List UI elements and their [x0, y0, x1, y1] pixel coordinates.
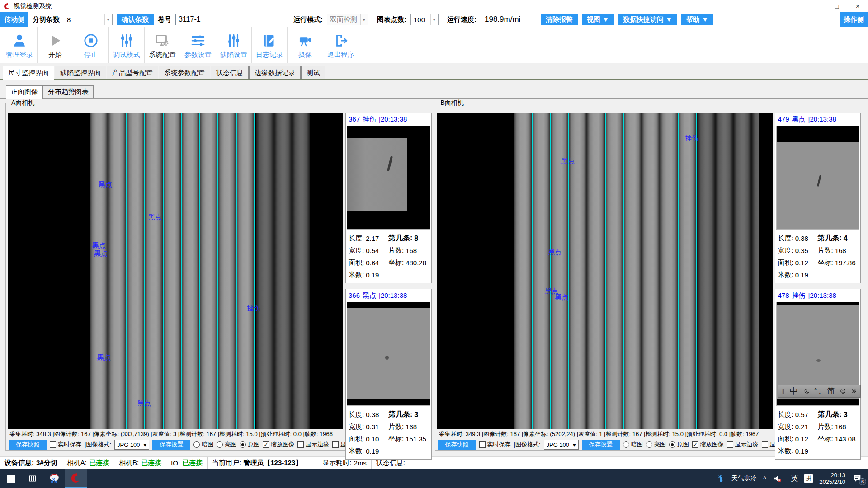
- show-strips-checkbox[interactable]: [762, 441, 768, 448]
- show-edges-checkbox[interactable]: [727, 441, 733, 448]
- view-menu-button[interactable]: 视图 ▼: [582, 14, 614, 25]
- clock[interactable]: 20:13 2025/2/10: [819, 472, 845, 485]
- ime-drag-handle[interactable]: ∥: [782, 388, 785, 394]
- defect-label: 挫伤: [247, 304, 260, 313]
- language-indicator[interactable]: 英: [791, 474, 798, 483]
- save-settings-button[interactable]: 保存设置: [152, 440, 190, 450]
- stop-button[interactable]: 停止: [73, 27, 109, 63]
- snipping-tool-icon: [48, 473, 60, 484]
- minimize-button[interactable]: –: [806, 0, 826, 12]
- save-snapshot-button[interactable]: 保存快照: [9, 440, 47, 450]
- run-mode-value: 双面检测: [330, 15, 357, 24]
- tab-size-monitor[interactable]: 尺寸监控界面: [3, 66, 54, 80]
- coord-value: 143.08: [835, 435, 856, 443]
- image-format-label: |图像格式:: [514, 441, 541, 449]
- snipping-tool-button[interactable]: [43, 469, 65, 488]
- smiley-icon[interactable]: [840, 387, 846, 395]
- dark-image-radio[interactable]: [193, 441, 200, 448]
- tab-edge-data-record[interactable]: 边缘数据记录: [249, 66, 301, 79]
- tool-label: 系统配置: [149, 51, 176, 59]
- chart-points-select[interactable]: 100 ▾: [410, 14, 439, 25]
- task-view-icon: [28, 474, 37, 483]
- image-format-select[interactable]: JPG 100 ▾: [544, 440, 579, 450]
- realtime-save-label: 实时保存: [487, 441, 511, 449]
- strip-value: 4: [844, 235, 848, 243]
- camera-b-image: 挫伤 黑点 黑点 黑点 黑点: [437, 113, 773, 429]
- moon-icon[interactable]: [803, 387, 809, 395]
- strip-boundaries: [514, 113, 697, 429]
- defect-settings-button[interactable]: 缺陷设置: [216, 27, 252, 63]
- top-toolbar: 传动侧 分切条数 8 ▾ 确认条数 卷号 运行模式: 双面检测 ▾ 图表点数: …: [0, 12, 868, 27]
- play-icon: [47, 33, 63, 48]
- save-snapshot-button[interactable]: 保存快照: [438, 440, 476, 450]
- show-edges-checkbox[interactable]: [297, 441, 304, 448]
- slit-count-value: 8: [67, 16, 71, 23]
- exit-program-button[interactable]: 退出程序: [323, 27, 359, 63]
- subtab-trend-chart[interactable]: 分布趋势图表: [43, 85, 94, 98]
- roll-number-label: 卷号: [158, 15, 171, 24]
- data-quick-access-menu-button[interactable]: 数据快捷访问 ▼: [618, 14, 677, 25]
- help-menu-button[interactable]: 帮助 ▼: [681, 14, 713, 25]
- slit-count-select[interactable]: 8 ▾: [64, 14, 113, 25]
- zoom-image-checkbox[interactable]: [692, 441, 698, 448]
- defect-card-column-a: 367 挫伤 |20:13:38 长度:2.17 宽度:0.54: [345, 113, 432, 465]
- original-image-radio[interactable]: [240, 441, 246, 448]
- gear-icon[interactable]: [851, 387, 857, 395]
- bright-image-radio[interactable]: [646, 441, 652, 448]
- run-speed-label: 运行速度:: [447, 15, 476, 24]
- defect-card: 366 黑点 |20:13:38 长度:0.38 宽度:: [345, 289, 432, 460]
- pieces-value: 168: [406, 247, 417, 254]
- realtime-save-checkbox[interactable]: [479, 441, 486, 448]
- volume-muted-button[interactable]: [773, 474, 784, 483]
- maximize-button[interactable]: □: [826, 0, 847, 12]
- defect-card: 367 挫伤 |20:13:38 长度:2.17 宽度:0.54: [345, 113, 432, 283]
- debug-mode-button[interactable]: 调试模式: [109, 27, 145, 63]
- clear-alarm-button[interactable]: 清除报警: [541, 14, 578, 25]
- tab-test[interactable]: 测试: [301, 66, 326, 79]
- meters-value: 0.19: [795, 447, 808, 455]
- confirm-count-button[interactable]: 确认条数: [117, 14, 154, 25]
- defect-time: |20:13:38: [808, 291, 836, 300]
- capture-button[interactable]: 摄像: [288, 27, 323, 63]
- system-config-button[interactable]: 系统配置: [145, 27, 180, 63]
- tab-status-info[interactable]: 状态信息: [211, 66, 249, 79]
- run-mode-select[interactable]: 双面检测 ▾: [327, 14, 368, 25]
- area-label: 面积:: [349, 258, 364, 267]
- defect-label: 黑点: [548, 248, 562, 257]
- show-strips-checkbox[interactable]: [332, 441, 339, 448]
- close-button[interactable]: ×: [847, 0, 868, 12]
- ime-simplified-button[interactable]: 简: [827, 386, 835, 396]
- task-view-button[interactable]: [22, 469, 43, 488]
- tab-product-model-config[interactable]: 产品型号配置: [107, 66, 158, 79]
- admin-login-button[interactable]: 管理登录: [2, 27, 38, 63]
- defect-time: |20:13:38: [808, 115, 836, 124]
- tab-system-param-config[interactable]: 系统参数配置: [159, 66, 210, 79]
- tray-expand-button[interactable]: ^: [763, 475, 766, 483]
- ime-mode-key[interactable]: 拼: [804, 474, 813, 483]
- tool-label: 调试模式: [113, 51, 140, 59]
- coord-label: 坐标:: [818, 435, 833, 443]
- app-taskbar-button[interactable]: [65, 469, 87, 488]
- original-image-radio[interactable]: [669, 441, 675, 448]
- save-settings-button[interactable]: 保存设置: [582, 440, 620, 450]
- tab-defect-monitor[interactable]: 缺陷监控界面: [55, 66, 106, 79]
- log-record-button[interactable]: 日志记录: [252, 27, 288, 63]
- image-format-select[interactable]: JPG 100 ▾: [114, 440, 149, 450]
- dark-image-label: 暗图: [631, 441, 643, 449]
- sub-tab-bar: 正面图像 分布趋势图表: [0, 80, 868, 99]
- roll-number-input[interactable]: [175, 14, 283, 25]
- notification-center-button[interactable]: 6: [852, 474, 863, 483]
- realtime-save-checkbox[interactable]: [50, 441, 56, 448]
- bright-image-radio[interactable]: [217, 441, 223, 448]
- dark-image-radio[interactable]: [623, 441, 629, 448]
- start-button[interactable]: 开始: [38, 27, 73, 63]
- ime-punctuation-button[interactable]: °，: [814, 386, 822, 396]
- start-menu-button[interactable]: [0, 469, 22, 488]
- ime-chinese-mode-button[interactable]: 中: [790, 385, 798, 397]
- defect-card: 479 黑点 |20:13:38 长度:0.38 宽度:0.35: [775, 113, 861, 283]
- subtab-front-image[interactable]: 正面图像: [6, 85, 43, 99]
- weather-text[interactable]: 天气寒冷: [731, 474, 757, 483]
- parameter-settings-button[interactable]: 参数设置: [180, 27, 216, 63]
- zoom-image-checkbox[interactable]: [263, 441, 269, 448]
- defect-label: 黑点: [92, 241, 106, 250]
